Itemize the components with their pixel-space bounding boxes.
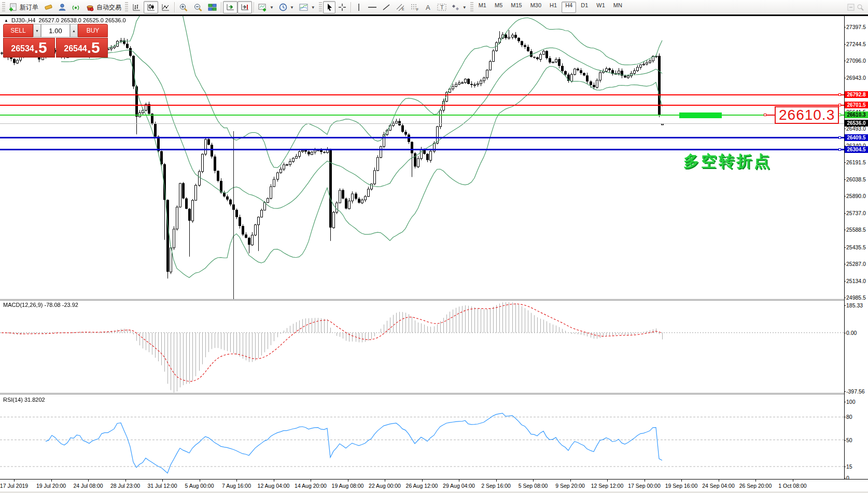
channel-tool-button[interactable]: E	[393, 1, 408, 13]
toolbar-grip[interactable]	[319, 2, 322, 12]
horizontal-line-resistance-upper[interactable]	[0, 94, 844, 95]
zoom-out-button[interactable]	[191, 1, 205, 13]
sell-price-button[interactable]: 26534 .5	[3, 38, 55, 58]
timeframe-button-d1[interactable]: D1	[577, 2, 592, 13]
price-axis[interactable]: 27397.527244.527096.026943.026641.526493…	[845, 16, 868, 479]
timeframe-button-h4[interactable]: H4	[562, 2, 576, 13]
new-chart-button[interactable]: ▼	[256, 1, 276, 13]
indicators-button[interactable]: ▼	[297, 1, 318, 13]
time-axis-tick	[755, 480, 756, 482]
timeframe-button-w1[interactable]: W1	[593, 2, 609, 13]
line-anchor[interactable]	[838, 136, 841, 139]
timeframe-button-m30[interactable]: M30	[527, 2, 545, 13]
timeframe-button-m15[interactable]: M15	[507, 2, 525, 13]
styler-button[interactable]	[41, 1, 55, 13]
toolbar-grip[interactable]	[125, 2, 128, 12]
tile-windows-button[interactable]	[205, 1, 219, 13]
toolbar-grip[interactable]	[2, 2, 5, 12]
buy-button[interactable]: BUY	[78, 24, 108, 37]
time-axis-label: 29 Aug 04:00	[443, 483, 475, 489]
volume-down-button[interactable]: ▼	[33, 24, 41, 37]
zoom-in-button[interactable]	[176, 1, 191, 13]
toolbar-grip[interactable]	[470, 2, 473, 12]
chevron-down-icon: ▼	[463, 5, 467, 10]
rsi-canvas[interactable]	[0, 395, 844, 479]
new-order-button[interactable]: 新订单	[6, 1, 41, 13]
cursor-tool-button[interactable]	[323, 1, 335, 13]
new-order-label: 新订单	[20, 3, 38, 12]
cursor-icon	[326, 3, 333, 11]
turning-point-annotation[interactable]: 多空转折点	[683, 151, 772, 172]
time-axis-label: 24 Sep 04:00	[702, 483, 734, 489]
toolbar-search-icon[interactable]	[857, 4, 864, 11]
price-tick-label: 27244.5	[846, 41, 866, 47]
time-axis-label: 19 Aug 08:00	[332, 483, 364, 489]
one-click-trading-panel: SELL ▼ 1.00 ▲ BUY 26534 .5 26544 .5	[3, 24, 108, 58]
time-axis-tick	[607, 480, 608, 482]
toolbar-overflow-icon[interactable]	[847, 4, 855, 11]
macd-canvas[interactable]	[0, 301, 844, 393]
autotrading-button[interactable]: 自动交易	[83, 1, 124, 13]
macd-axis-label: 0.00	[846, 330, 857, 336]
timeframe-button-h1[interactable]: H1	[546, 2, 561, 13]
time-axis-tick	[236, 480, 237, 482]
candlestick-mode-button[interactable]	[144, 1, 158, 13]
horizontal-line-resistance-lower[interactable]	[0, 105, 844, 106]
timeframe-button-mn[interactable]: MN	[610, 2, 626, 13]
toolbar-separator	[351, 2, 351, 12]
profiles-button[interactable]: ▼	[276, 1, 297, 13]
auto-scroll-button[interactable]	[223, 1, 237, 13]
price-tick-label: 27096.0	[846, 58, 866, 64]
line-chart-mode-button[interactable]	[158, 1, 173, 13]
price-tag-26304.5: 26304.5	[845, 146, 868, 153]
buy-price-pips: .5	[87, 40, 100, 55]
timeframe-button-m5[interactable]: M5	[491, 2, 506, 13]
signals-button[interactable]	[69, 1, 83, 13]
vertical-line-icon	[356, 3, 361, 11]
time-axis-tick	[645, 480, 645, 482]
buy-price-button[interactable]: 26544 .5	[56, 38, 108, 58]
price-callout-label[interactable]: 26610.3	[775, 106, 839, 124]
new-order-icon	[9, 3, 18, 11]
time-axis-label: 9 Sep 20:00	[555, 483, 585, 489]
horizontal-line-support-upper[interactable]	[0, 137, 844, 138]
fibonacci-tool-button[interactable]: F	[408, 1, 422, 13]
svg-text:A: A	[426, 4, 430, 11]
autotrading-icon	[86, 3, 94, 11]
volume-up-button[interactable]: ▲	[70, 24, 78, 37]
time-axis-tick	[496, 480, 497, 482]
line-anchor[interactable]	[838, 93, 841, 96]
time-axis-label: 12 Sep 12:00	[591, 483, 623, 489]
crosshair-tool-button[interactable]	[335, 1, 349, 13]
price-tick-label: 25890.0	[846, 193, 866, 199]
vertical-line-tool-button[interactable]	[353, 1, 365, 13]
text-label-tool-button[interactable]: T	[435, 1, 449, 13]
time-axis[interactable]: 17 Jul 201919 Jul 20:0024 Jul 08:0028 Ju…	[0, 479, 868, 491]
toolbar-separator	[254, 2, 254, 12]
text-tool-button[interactable]: A	[422, 1, 435, 13]
chart-shift-button[interactable]	[237, 1, 252, 13]
sell-price-pips: .5	[34, 40, 47, 55]
time-axis-tick	[14, 480, 15, 482]
price-tick-label: 24985.5	[846, 294, 866, 301]
timeframe-button-m1[interactable]: M1	[475, 2, 490, 13]
bid-price-line	[0, 123, 844, 124]
time-axis-label: 19 Sep 16:00	[665, 483, 697, 489]
time-axis-label: 12 Aug 04:00	[258, 483, 290, 489]
trendline-tool-button[interactable]	[380, 1, 393, 13]
collapse-arrow-icon[interactable]: ▲	[4, 18, 8, 23]
community-button[interactable]	[55, 1, 69, 13]
shapes-tool-button[interactable]: ▼	[449, 1, 469, 13]
time-axis-label: 19 Jul 20:00	[36, 483, 66, 489]
fibonacci-icon: F	[410, 3, 419, 11]
time-axis-tick	[459, 480, 459, 482]
horizontal-line-tool-button[interactable]	[365, 1, 380, 13]
highlight-rectangle[interactable]	[679, 112, 722, 118]
horizontal-line-support-lower[interactable]	[0, 149, 844, 150]
volume-input[interactable]: 1.00	[41, 24, 70, 37]
line-anchor[interactable]	[838, 104, 841, 106]
signal-icon	[72, 3, 80, 11]
bar-chart-mode-button[interactable]	[129, 1, 144, 13]
line-anchor[interactable]	[838, 148, 841, 151]
sell-button[interactable]: SELL	[3, 24, 33, 37]
